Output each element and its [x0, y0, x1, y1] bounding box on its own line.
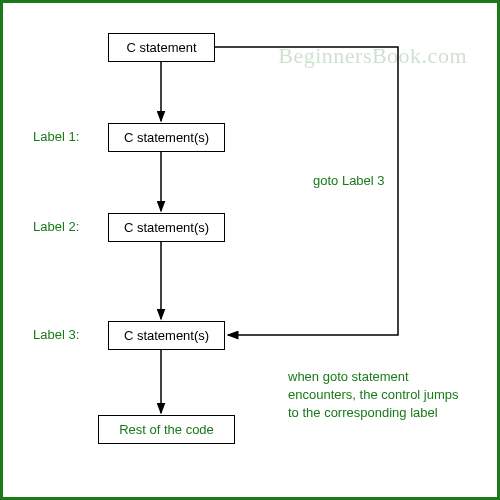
diagram-container: BeginnersBook.com C statement C statemen…: [0, 0, 500, 500]
label-2: Label 2:: [33, 219, 79, 234]
box-label1: C statement(s): [108, 123, 225, 152]
arrows-svg: [3, 3, 497, 497]
box-top-text: C statement: [126, 40, 196, 55]
box-label1-text: C statement(s): [124, 130, 209, 145]
label-1: Label 1:: [33, 129, 79, 144]
box-label3-text: C statement(s): [124, 328, 209, 343]
box-label3: C statement(s): [108, 321, 225, 350]
label-3: Label 3:: [33, 327, 79, 342]
desc-line3: to the corresponding label: [288, 404, 488, 422]
box-top-statement: C statement: [108, 33, 215, 62]
watermark: BeginnersBook.com: [278, 43, 467, 69]
box-rest: Rest of the code: [98, 415, 235, 444]
box-label2: C statement(s): [108, 213, 225, 242]
desc-line1: when goto statement: [288, 368, 488, 386]
description-block: when goto statement encounters, the cont…: [288, 368, 488, 423]
box-label2-text: C statement(s): [124, 220, 209, 235]
box-rest-text: Rest of the code: [119, 422, 214, 437]
goto-text: goto Label 3: [313, 173, 385, 188]
desc-line2: encounters, the control jumps: [288, 386, 488, 404]
